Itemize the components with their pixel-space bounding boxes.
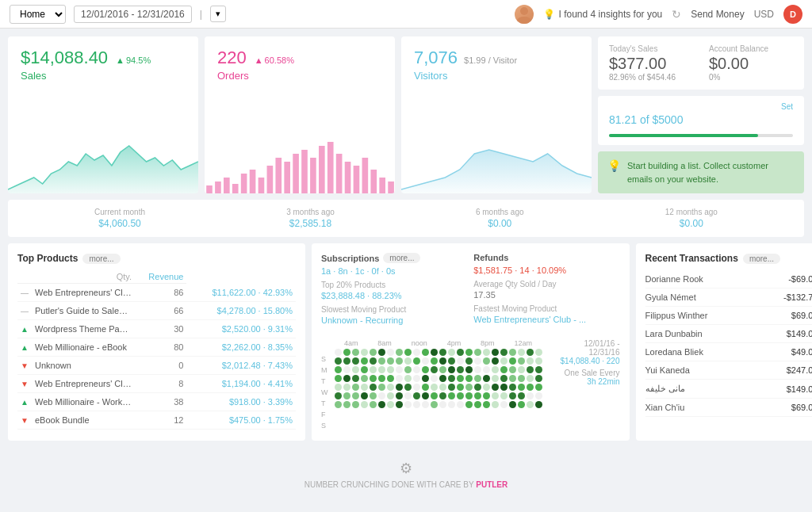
account-balance-sub: 0% xyxy=(709,73,793,82)
date-dropdown-button[interactable]: ▾ xyxy=(210,6,226,22)
product-name: Web Entrepreneurs' Club Prem... xyxy=(32,375,135,393)
product-revenue: $2,520.00 · 9.31% xyxy=(186,320,296,338)
right-cards: Today's Sales $377.00 82.96% of $454.46 … xyxy=(598,36,804,193)
home-select[interactable]: Home xyxy=(10,5,66,24)
transaction-row: Dorianne Rook -$69.00 xyxy=(645,270,813,288)
transaction-amount: $69.00 xyxy=(791,403,812,412)
heatmap-cell xyxy=(413,366,420,373)
trend-icon: ▼ xyxy=(21,380,29,388)
heatmap-cell xyxy=(509,349,516,356)
heatmap-cell xyxy=(500,401,508,408)
todays-sales-label: Today's Sales xyxy=(609,44,693,53)
cta-card[interactable]: 💡 Start building a list. Collect custome… xyxy=(598,151,804,193)
heatmap-cell xyxy=(518,401,525,408)
heatmap-cell xyxy=(361,384,368,391)
refresh-icon[interactable]: ↻ xyxy=(672,8,681,21)
avg-qty-label: Average Qty Sold / Day xyxy=(473,280,619,288)
heatmap-cell xyxy=(370,349,377,356)
heatmap-cell xyxy=(396,357,403,365)
heatmap-cell xyxy=(335,401,342,408)
heatmap-cell xyxy=(509,401,516,408)
orders-chart xyxy=(205,138,395,193)
transaction-right: $69.00 xyxy=(791,403,812,412)
lightbulb-icon: 💡 xyxy=(543,9,555,20)
trend-icon: ▲ xyxy=(21,325,29,334)
heatmap-cell xyxy=(535,366,542,373)
heatmap-cell xyxy=(335,349,342,356)
lightbulb-cta-icon: 💡 xyxy=(607,159,621,172)
heatmap-cell xyxy=(457,366,464,373)
heatmap-cell xyxy=(439,384,446,391)
heatmap-cell xyxy=(483,392,490,399)
transaction-row: Xian Ch'iu $69.00 xyxy=(645,399,813,417)
subscriptions-section: Subscriptions more... 1a · 8n · 1c · 0f … xyxy=(321,253,467,325)
heatmap-cell xyxy=(378,401,385,408)
heatmap-cell xyxy=(457,392,464,399)
heatmap-cell xyxy=(361,392,368,399)
svg-rect-19 xyxy=(354,166,360,193)
insights-badge[interactable]: 💡 I found 4 insights for you xyxy=(543,9,663,20)
trend-icon: ▲ xyxy=(21,398,29,407)
svg-rect-13 xyxy=(301,150,308,193)
heatmap-cell xyxy=(448,366,455,373)
goal-set-button[interactable]: Set xyxy=(781,102,793,111)
heatmap-date-range: 12/01/16 - 12/31/16 xyxy=(555,339,620,357)
svg-rect-11 xyxy=(284,162,290,193)
products-table: Qty. Revenue — Web Entrepreneurs' Club -… xyxy=(17,270,296,430)
visitors-sub: $1.99 / Visitor xyxy=(464,55,517,65)
send-money-button[interactable]: Send Money xyxy=(691,9,744,20)
heatmap-cell xyxy=(413,392,420,399)
heatmap-cell xyxy=(404,401,412,408)
transactions-list: Dorianne Rook -$69.00 Gyula Német -$132.… xyxy=(645,270,813,417)
user-initial-badge[interactable]: D xyxy=(783,5,802,24)
trend-icon: ▲ xyxy=(21,343,29,352)
heatmap-cell xyxy=(396,392,403,399)
period-12months: 12 months ago $0.00 xyxy=(665,208,718,229)
heatmap-cell xyxy=(361,349,368,356)
heatmap-cell xyxy=(500,375,508,382)
main-content: $14,088.40 ▲ 94.5% Sales xyxy=(0,29,812,449)
sales-chart xyxy=(8,138,198,193)
trend-icon: ▼ xyxy=(21,361,29,370)
top-products-more-button[interactable]: more... xyxy=(82,254,120,264)
heatmap-freq-value: 3h 22min xyxy=(555,377,620,386)
heatmap-cell xyxy=(370,375,377,382)
heatmap-cell xyxy=(422,357,429,365)
subscriptions-more-button[interactable]: more... xyxy=(383,253,420,263)
heatmap-cell xyxy=(457,401,464,408)
product-revenue: $918.00 · 3.39% xyxy=(186,393,296,411)
product-qty: 0 xyxy=(135,357,186,375)
refunds-section: Refunds $1,581.75 · 14 · 10.09% Average … xyxy=(473,253,619,325)
sales-card: $14,088.40 ▲ 94.5% Sales xyxy=(8,36,198,193)
heatmap-cell xyxy=(387,375,394,382)
heatmap-cell xyxy=(500,357,508,365)
heatmap-cell xyxy=(404,375,412,382)
heatmap-cell xyxy=(492,384,499,391)
period-row: Current month $4,060.50 3 months ago $2,… xyxy=(8,200,804,237)
heatmap-cell xyxy=(483,384,490,391)
goal-card: 81.21 of $5000 Set xyxy=(598,96,804,145)
svg-point-0 xyxy=(520,7,528,15)
heatmap-cell xyxy=(535,401,542,408)
heatmap-cell xyxy=(431,349,438,356)
heatmap-cell xyxy=(396,349,403,356)
heatmap-cell xyxy=(387,392,394,399)
heatmap-cell xyxy=(343,375,350,382)
col-revenue-header: Revenue xyxy=(135,270,186,284)
heatmap-cell xyxy=(474,366,481,373)
heatmap-cell xyxy=(431,384,438,391)
orders-label: Orders xyxy=(217,70,382,82)
heatmap-cell xyxy=(404,349,412,356)
trend-icon: ▼ xyxy=(21,416,29,425)
heatmap-cell xyxy=(457,349,464,356)
product-qty: 38 xyxy=(135,393,186,411)
product-revenue: $2,012.48 · 7.43% xyxy=(186,357,296,375)
svg-rect-10 xyxy=(275,158,282,193)
heatmap-cell xyxy=(396,375,403,382)
transactions-more-button[interactable]: more... xyxy=(743,254,780,264)
svg-rect-5 xyxy=(232,184,239,193)
heatmap-cell xyxy=(431,392,438,399)
heatmap-cell xyxy=(439,357,446,365)
heatmap-cell xyxy=(492,366,499,373)
heatmap-cell xyxy=(431,401,438,408)
